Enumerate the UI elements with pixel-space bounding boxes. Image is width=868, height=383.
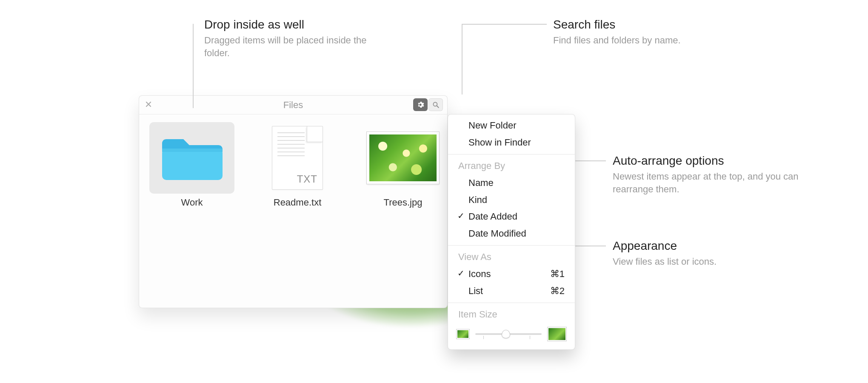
menu-header-arrange-by: Arrange By xyxy=(448,157,575,174)
callout-title: Appearance xyxy=(613,239,808,253)
svg-rect-3 xyxy=(162,149,223,152)
file-item-txt[interactable]: TXT Readme.txt xyxy=(255,122,340,208)
files-window: Files xyxy=(139,95,448,308)
titlebar-right xyxy=(413,98,443,111)
callout-arrange: Auto-arrange options Newest items appear… xyxy=(613,154,808,195)
callout-desc: Dragged items will be placed inside the … xyxy=(204,34,383,59)
close-button[interactable] xyxy=(145,101,154,109)
item-size-slider-row xyxy=(448,323,575,347)
files-body[interactable]: Work TXT Readme.txt Trees.jpg xyxy=(139,114,447,216)
menu-item-label: List xyxy=(468,286,483,296)
file-icon xyxy=(360,122,445,194)
file-extension: TXT xyxy=(297,173,317,185)
menu-item-label: Icons xyxy=(468,269,491,279)
settings-button[interactable] xyxy=(413,98,428,111)
menu-item-arrange-date-modified[interactable]: Date Modified xyxy=(448,225,575,242)
menu-header-view-as: View As xyxy=(448,249,575,266)
leader-line xyxy=(572,246,606,246)
settings-dropdown: New Folder Show in Finder Arrange By Nam… xyxy=(448,114,575,350)
document-icon: TXT xyxy=(272,126,323,190)
file-label: Readme.txt xyxy=(274,197,322,208)
gear-icon xyxy=(417,101,424,109)
slider-thumb[interactable] xyxy=(502,330,510,338)
file-label: Work xyxy=(181,197,203,208)
menu-item-new-folder[interactable]: New Folder xyxy=(448,117,575,134)
menu-separator xyxy=(448,303,575,303)
search-button[interactable] xyxy=(428,98,443,111)
item-size-slider[interactable] xyxy=(475,333,542,335)
leader-line xyxy=(462,24,463,94)
menu-item-show-in-finder[interactable]: Show in Finder xyxy=(448,134,575,151)
leader-line xyxy=(462,24,547,25)
image-thumbnail-icon xyxy=(367,132,439,184)
callout-search: Search files Find files and folders by n… xyxy=(553,18,732,47)
menu-separator xyxy=(448,245,575,246)
small-thumb-icon xyxy=(457,329,469,339)
close-icon xyxy=(145,101,152,108)
file-item-folder[interactable]: Work xyxy=(149,122,234,208)
menu-item-arrange-name[interactable]: Name xyxy=(448,174,575,192)
titlebar: Files xyxy=(139,96,447,114)
leader-line xyxy=(572,160,606,161)
callout-title: Auto-arrange options xyxy=(613,154,808,168)
callout-title: Drop inside as well xyxy=(204,18,383,31)
menu-header-item-size: Item Size xyxy=(448,306,575,323)
menu-item-arrange-date-added[interactable]: Date Added xyxy=(448,208,575,225)
folder-icon xyxy=(158,132,226,183)
search-icon xyxy=(432,101,440,109)
menu-item-view-list[interactable]: List ⌘2 xyxy=(448,283,575,300)
callout-appearance: Appearance View files as list or icons. xyxy=(613,239,808,268)
large-thumb-icon xyxy=(548,327,566,341)
callout-title: Search files xyxy=(553,18,732,31)
menu-item-view-icons[interactable]: Icons ⌘1 xyxy=(448,266,575,283)
menu-shortcut: ⌘2 xyxy=(550,284,565,298)
callout-desc: View files as list or icons. xyxy=(613,255,808,268)
callout-desc: Newest items appear at the top, and you … xyxy=(613,170,808,195)
leader-line xyxy=(193,24,194,108)
menu-shortcut: ⌘1 xyxy=(550,267,565,281)
svg-rect-2 xyxy=(162,149,223,180)
file-icon: TXT xyxy=(255,122,340,194)
menu-separator xyxy=(448,154,575,154)
callout-drop: Drop inside as well Dragged items will b… xyxy=(204,18,383,59)
window-title: Files xyxy=(283,100,303,111)
callout-desc: Find files and folders by name. xyxy=(553,34,732,47)
svg-line-1 xyxy=(437,106,438,107)
file-icon xyxy=(149,122,234,194)
file-item-image[interactable]: Trees.jpg xyxy=(360,122,445,208)
menu-item-arrange-kind[interactable]: Kind xyxy=(448,192,575,209)
file-label: Trees.jpg xyxy=(384,197,423,208)
